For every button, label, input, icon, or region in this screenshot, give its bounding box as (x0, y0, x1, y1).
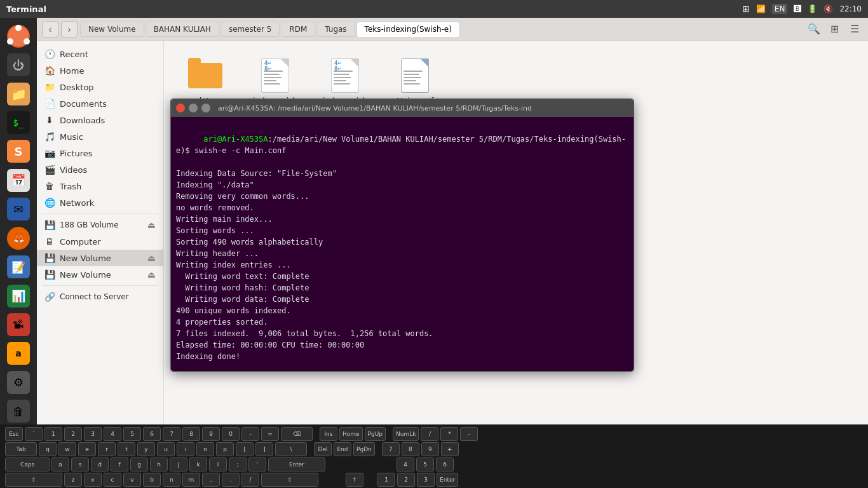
key-backslash[interactable]: \ (275, 442, 307, 456)
key-comma[interactable]: , (202, 473, 220, 487)
key-escape[interactable]: Esc (5, 427, 23, 441)
key-j[interactable]: j (170, 458, 187, 471)
key-p[interactable]: p (216, 442, 234, 456)
sidebar-item-videos[interactable]: 🎬 Videos (37, 161, 163, 178)
key-quote[interactable]: ' (248, 458, 266, 471)
key-home[interactable]: Home (339, 427, 363, 441)
view-toggle-button[interactable]: ⊞ (826, 21, 843, 37)
breadcrumb-tab-0[interactable]: New Volume (80, 22, 144, 37)
sidebar-item-downloads[interactable]: ⬇ Downloads (37, 112, 163, 128)
key-numminus[interactable]: - (460, 427, 478, 441)
dock-item-calendar[interactable]: 📅 (5, 167, 32, 193)
key-d[interactable]: d (91, 458, 109, 471)
key-h[interactable]: h (150, 458, 168, 471)
key-caps[interactable]: Caps (5, 458, 50, 471)
sidebar-item-recent[interactable]: 🕐 Recent (37, 46, 163, 62)
sidebar-item-188gb[interactable]: 💾 188 GB Volume ⏏ (37, 217, 163, 233)
sidebar-item-connect[interactable]: 🔗 Connect to Server (37, 288, 163, 305)
key-q[interactable]: q (39, 442, 57, 456)
key-0[interactable]: 0 (222, 427, 240, 441)
sidebar-item-music[interactable]: 🎵 Music (37, 128, 163, 145)
key-6[interactable]: 6 (143, 427, 161, 441)
sidebar-item-home[interactable]: 🏠 Home (37, 62, 163, 79)
key-w[interactable]: w (58, 442, 76, 456)
dock-item-thunderbird[interactable]: ✉ (5, 196, 32, 222)
key-numenter[interactable]: Enter (437, 473, 458, 487)
key-num7[interactable]: 7 (382, 442, 400, 456)
eject-nv2-button[interactable]: ⏏ (147, 269, 156, 280)
key-equals[interactable]: = (261, 427, 279, 441)
terminal-body[interactable]: ari@Ari-X453SA:/media/ari/New Volume1/BA… (171, 117, 634, 371)
key-lbracket[interactable]: [ (236, 442, 254, 456)
dock-item-sublime[interactable]: S (5, 139, 32, 165)
key-num5[interactable]: 5 (416, 458, 434, 471)
key-up[interactable]: ↑ (346, 473, 363, 487)
key-numlk[interactable]: NumLk (393, 427, 419, 441)
terminal-close-button[interactable] (176, 104, 185, 112)
key-enter[interactable]: Enter (268, 458, 325, 471)
breadcrumb-tab-1[interactable]: BAHAN KULIAH (146, 22, 219, 37)
key-t[interactable]: t (118, 442, 135, 456)
breadcrumb-tab-4[interactable]: Tugas (316, 22, 355, 37)
key-num9[interactable]: 9 (421, 442, 439, 456)
sidebar-item-trash[interactable]: 🗑 Trash (37, 178, 163, 194)
key-z[interactable]: z (64, 473, 82, 487)
eject-nv1-button[interactable]: ⏏ (147, 253, 156, 263)
key-5[interactable]: 5 (123, 427, 141, 441)
key-l[interactable]: l (209, 458, 227, 471)
sidebar-item-desktop[interactable]: 📁 Desktop (37, 79, 163, 95)
sidebar-item-newvolume2[interactable]: 💾 New Volume ⏏ (37, 266, 163, 283)
dock-item-calc[interactable]: 📊 (5, 283, 32, 309)
key-rbracket[interactable]: ] (255, 442, 273, 456)
key-g[interactable]: g (130, 458, 148, 471)
dock-item-impress[interactable]: 📽 (5, 311, 32, 337)
key-4[interactable]: 4 (104, 427, 121, 441)
key-num1[interactable]: 1 (377, 473, 395, 487)
key-minus[interactable]: - (241, 427, 259, 441)
sidebar-item-network[interactable]: 🌐 Network (37, 194, 163, 211)
key-num2[interactable]: 2 (397, 473, 415, 487)
dock-item-files[interactable]: 📁 (5, 81, 32, 107)
key-pgup[interactable]: PgUp (365, 427, 386, 441)
key-y[interactable]: y (137, 442, 155, 456)
key-v[interactable]: v (123, 473, 141, 487)
key-backspace[interactable]: ⌫ (281, 427, 313, 441)
key-num8[interactable]: 8 (402, 442, 419, 456)
key-del[interactable]: Del (314, 442, 332, 456)
topbar-volume-icon[interactable]: 🔇 (824, 4, 833, 13)
dock-item-firefox[interactable]: 🦊 (5, 225, 32, 251)
back-button[interactable]: ‹ (42, 21, 58, 37)
key-i[interactable]: i (177, 442, 194, 456)
key-pgdn[interactable]: PgDn (353, 442, 375, 456)
key-f[interactable]: f (111, 458, 128, 471)
key-lshift[interactable]: ⇧ (5, 473, 62, 487)
key-s[interactable]: s (71, 458, 89, 471)
key-3[interactable]: 3 (84, 427, 102, 441)
topbar-lang[interactable]: EN (772, 4, 788, 14)
menu-button[interactable]: ☰ (846, 21, 863, 37)
sidebar-item-newvolume1[interactable]: 💾 New Volume ⏏ (37, 250, 163, 266)
key-o[interactable]: o (196, 442, 214, 456)
key-n[interactable]: n (163, 473, 180, 487)
dock-item-ubuntu[interactable] (5, 23, 32, 49)
key-k[interactable]: k (189, 458, 207, 471)
key-u[interactable]: u (157, 442, 175, 456)
key-slash[interactable]: / (241, 473, 259, 487)
key-x[interactable]: x (84, 473, 102, 487)
key-a[interactable]: a (51, 458, 69, 471)
key-numplus[interactable]: + (441, 442, 459, 456)
key-8[interactable]: 8 (182, 427, 200, 441)
key-ins[interactable]: Ins (320, 427, 337, 441)
key-period[interactable]: . (222, 473, 240, 487)
key-end[interactable]: End (334, 442, 351, 456)
dock-item-trash[interactable]: 🗑 (5, 398, 32, 424)
dock-item-amazon[interactable]: a (5, 341, 32, 367)
terminal-minimize-button[interactable] (189, 104, 198, 112)
breadcrumb-tab-2[interactable]: semester 5 (220, 22, 280, 37)
key-num3[interactable]: 3 (417, 473, 435, 487)
key-2[interactable]: 2 (64, 427, 82, 441)
dock-item-terminal[interactable]: $_ (5, 109, 32, 135)
search-button[interactable]: 🔍 (806, 21, 822, 37)
key-c[interactable]: c (104, 473, 121, 487)
key-num6[interactable]: 6 (436, 458, 454, 471)
